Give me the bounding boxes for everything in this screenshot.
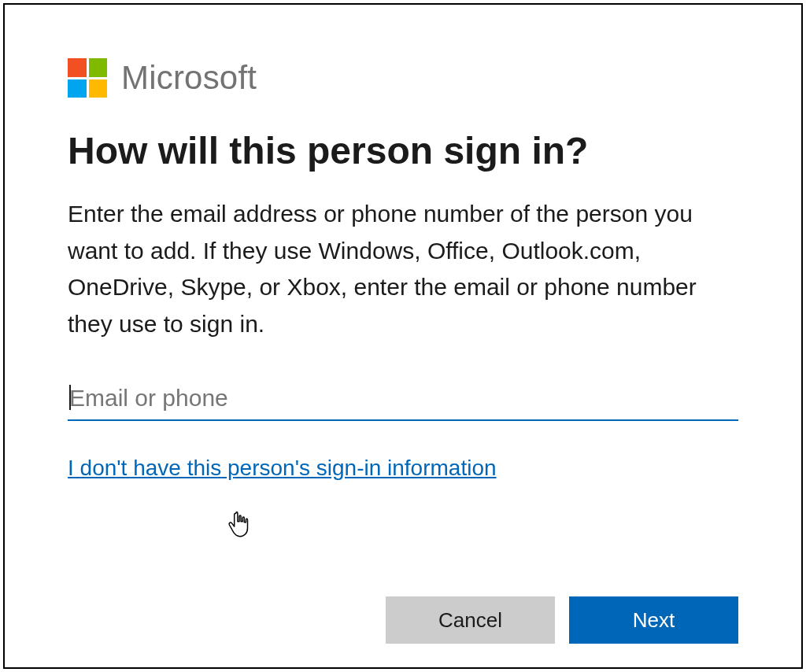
dialog-heading: How will this person sign in? [68,129,738,172]
email-or-phone-input[interactable] [68,380,738,421]
add-user-dialog: Microsoft How will this person sign in? … [3,3,803,669]
microsoft-wordmark: Microsoft [121,59,257,97]
text-caret [69,385,71,410]
microsoft-brand: Microsoft [68,58,738,98]
next-button[interactable]: Next [569,596,738,644]
dialog-button-row: Cancel Next [386,596,738,644]
no-signin-info-link[interactable]: I don't have this person's sign-in infor… [68,456,497,481]
microsoft-logo-icon [68,58,107,98]
pointer-cursor-icon [225,508,253,541]
dialog-description: Enter the email address or phone number … [68,196,729,342]
cancel-button[interactable]: Cancel [386,596,555,644]
